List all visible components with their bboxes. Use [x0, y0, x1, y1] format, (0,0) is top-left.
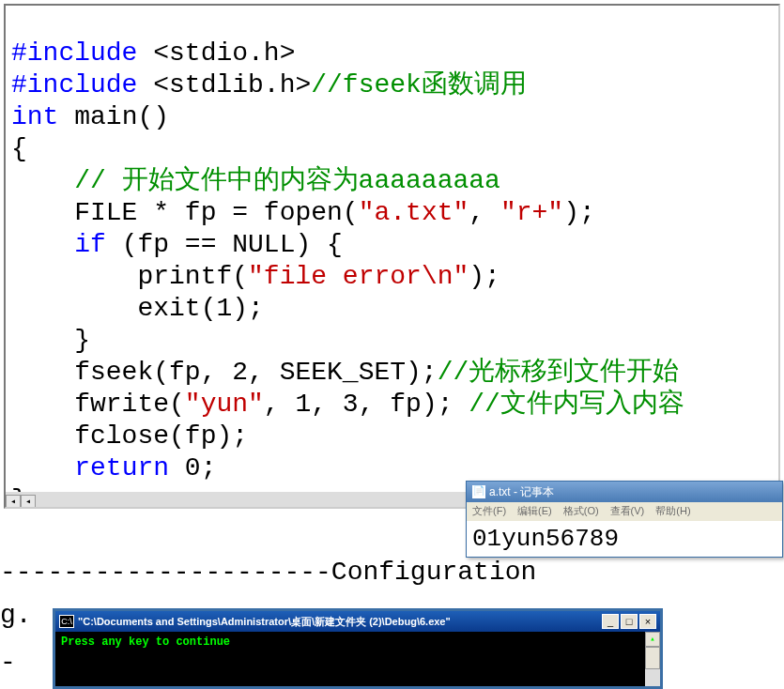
- comment: // 开始文件中的内容为aaaaaaaaa: [11, 166, 500, 195]
- console-title: "C:\Documents and Settings\Administrator…: [78, 615, 602, 629]
- scroll-thumb[interactable]: [645, 647, 660, 669]
- keyword: if: [74, 230, 106, 259]
- menu-format[interactable]: 格式(O): [563, 505, 599, 516]
- preprocessor: #include: [11, 70, 137, 100]
- string: "a.txt": [359, 198, 469, 227]
- comment: //光标移到文件开始: [438, 358, 680, 387]
- notepad-window[interactable]: 📄 a.txt - 记事本 文件(F)编辑(E)格式(O)查看(V)帮助(H) …: [466, 481, 783, 558]
- console-window[interactable]: C:\ "C:\Documents and Settings\Administr…: [53, 608, 663, 689]
- notepad-title: a.txt - 记事本: [489, 484, 554, 500]
- notepad-titlebar[interactable]: 📄 a.txt - 记事本: [467, 482, 782, 502]
- output-text: -: [0, 648, 16, 677]
- keyword: int: [11, 102, 58, 131]
- string: "file error\n": [248, 262, 469, 291]
- string: "yun": [185, 390, 264, 419]
- keyword: return: [74, 453, 169, 482]
- output-divider: ---------------------Configuration: [0, 558, 784, 587]
- comment: //fseek函数调用: [311, 70, 527, 100]
- console-titlebar[interactable]: C:\ "C:\Documents and Settings\Administr…: [55, 611, 660, 632]
- console-scrollbar[interactable]: ▴: [645, 632, 660, 686]
- menu-help[interactable]: 帮助(H): [655, 505, 690, 516]
- scroll-up-icon[interactable]: ▴: [645, 632, 660, 647]
- comment: //文件内写入内容: [469, 390, 684, 419]
- minimize-button[interactable]: _: [602, 614, 619, 629]
- notepad-menubar[interactable]: 文件(F)编辑(E)格式(O)查看(V)帮助(H): [467, 502, 782, 521]
- preprocessor: #include: [11, 38, 137, 68]
- notepad-content[interactable]: 01yun56789: [467, 521, 782, 557]
- notepad-icon: 📄: [472, 485, 485, 498]
- console-icon: C:\: [59, 615, 74, 628]
- console-body[interactable]: Press any key to continue ▴: [55, 632, 660, 686]
- code-content: #include <stdio.h> #include <stdlib.h>//…: [6, 6, 778, 509]
- menu-file[interactable]: 文件(F): [472, 505, 506, 516]
- maximize-button[interactable]: □: [621, 614, 638, 629]
- menu-view[interactable]: 查看(V): [610, 505, 645, 516]
- window-buttons: _ □ ×: [602, 614, 656, 629]
- scroll-left-icon[interactable]: ◂: [6, 495, 21, 509]
- string: "r+": [500, 198, 563, 227]
- scroll-left-icon[interactable]: ◂: [21, 495, 36, 509]
- console-output: Press any key to continue: [61, 635, 230, 649]
- output-text: g.: [0, 601, 32, 630]
- menu-edit[interactable]: 编辑(E): [517, 505, 552, 516]
- close-button[interactable]: ×: [639, 614, 656, 629]
- code-editor[interactable]: #include <stdio.h> #include <stdlib.h>//…: [4, 4, 780, 509]
